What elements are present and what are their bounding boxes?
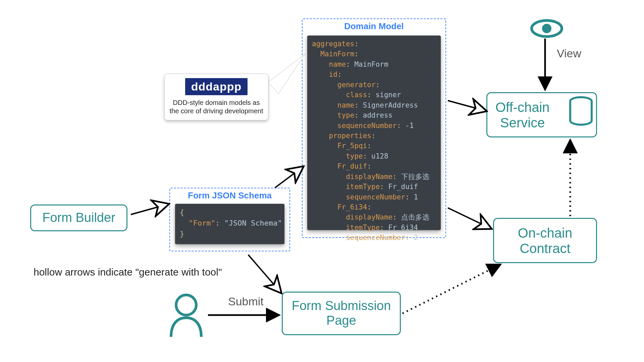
arrow-domain-to-offchain	[448, 101, 485, 111]
dddappp-callout: dddappp DDD-style domain models as the c…	[164, 74, 268, 120]
svg-point-10	[542, 24, 551, 33]
eye-icon	[532, 20, 562, 37]
svg-line-3	[448, 101, 485, 111]
arrow-formbuilder-to-schema	[131, 204, 167, 215]
domain-model-title: Domain Model	[303, 21, 445, 32]
label-view: View	[557, 47, 581, 60]
form-json-schema-title: Form JSON Schema	[170, 190, 289, 201]
user-icon	[171, 295, 201, 337]
node-on-chain-contract: On-chain Contract	[493, 218, 597, 263]
node-form-submission-page: Form Submission Page	[282, 292, 401, 335]
svg-line-4	[448, 208, 490, 228]
form-json-schema-code: { "Form": "JSON Schema" }	[175, 204, 284, 244]
label-submit: Submit	[228, 295, 264, 308]
svg-point-12	[176, 295, 196, 315]
dddappp-callout-tail	[268, 54, 305, 94]
caption-hollow-arrows: hollow arrows indicate "generate with to…	[34, 266, 222, 278]
arrow-schema-to-formsub	[248, 255, 280, 292]
svg-line-2	[248, 255, 280, 292]
arrow-formsub-to-onchain-dotted	[402, 265, 500, 313]
svg-line-0	[131, 204, 167, 215]
svg-line-1	[275, 168, 302, 188]
dddappp-logo: dddappp	[185, 78, 248, 95]
node-form-builder: Form Builder	[30, 204, 127, 231]
dddappp-subtitle: DDD-style domain models as the core of d…	[169, 99, 263, 115]
arrow-schema-to-domain	[275, 168, 302, 188]
arrow-domain-to-onchain	[448, 208, 490, 228]
domain-model-code: aggregates: MainForm: name: MainForm id:…	[307, 36, 441, 230]
svg-line-7	[402, 265, 500, 313]
node-off-chain-service: Off-chain Service	[486, 92, 597, 137]
svg-point-9	[532, 20, 562, 37]
